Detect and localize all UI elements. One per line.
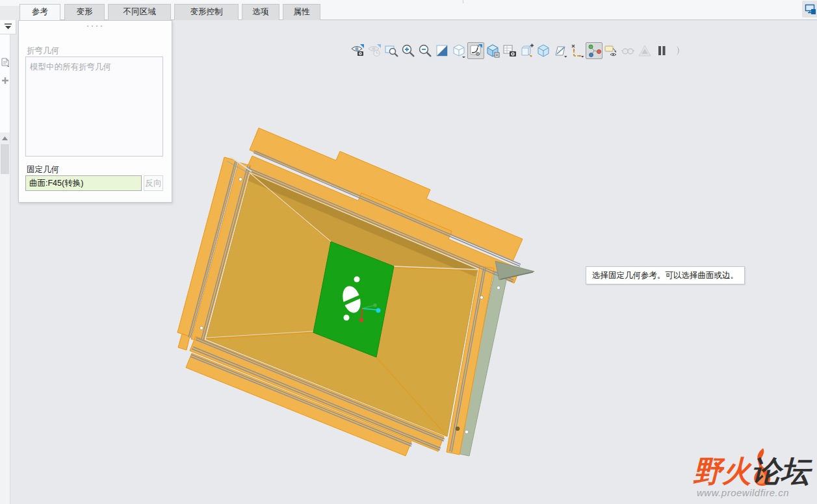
saved-orientations-button[interactable] [484, 42, 501, 59]
model-tree-document-button[interactable] [1, 58, 10, 67]
left-rail [0, 34, 10, 504]
zoom-out-icon [418, 44, 432, 58]
pause-button[interactable] [653, 42, 670, 59]
bend-geometry-label: 折弯几何 [27, 45, 59, 57]
rail-scrollbar-track[interactable] [0, 144, 10, 504]
shading-with-edges-button[interactable] [535, 42, 552, 59]
tab-options[interactable]: 选项 [242, 4, 279, 20]
tab-different-regions[interactable]: 不同区域 [108, 4, 171, 20]
tag-eye-icon [604, 44, 618, 58]
zoom-in-button[interactable] [400, 42, 417, 59]
plane-hatch-icon [553, 44, 567, 58]
triangle-icon [638, 44, 652, 58]
plus-icon [1, 77, 9, 84]
bend-geometry-placeholder: 模型中的所有折弯几何 [30, 62, 111, 71]
model-left-flap-foot[interactable] [178, 334, 190, 350]
prompt-tooltip: 选择固定几何参考。可以选择曲面或边。 [586, 266, 745, 284]
triad-y-handle[interactable] [376, 309, 381, 313]
rail-scrollbar-up-button[interactable] [0, 132, 10, 144]
csys-balls-icon [587, 44, 601, 58]
pause-icon [655, 44, 669, 58]
scroll-up-icon [2, 136, 8, 140]
collapse-panel-button[interactable] [0, 20, 16, 34]
rail-scrollbar-thumb[interactable] [1, 144, 9, 174]
blue-cube-icon [486, 44, 500, 58]
watermark-brand-right: 论坛 [751, 455, 810, 488]
annotation-display-button[interactable] [518, 42, 535, 59]
simulation-display-button[interactable] [636, 42, 653, 59]
zoom-out-button[interactable] [417, 42, 434, 59]
eye-clock-icon [367, 44, 382, 58]
zoom-in-icon [401, 44, 415, 58]
axes-xy-icon [570, 44, 584, 58]
graphics-toolbar [349, 42, 687, 59]
3d-glasses-button[interactable] [619, 42, 636, 59]
watermark: 野火论坛 www.proewildfire.cn [693, 448, 814, 501]
eye-camera-icon [350, 44, 365, 58]
ribbon-separator [463, 0, 463, 3]
chevron-collapse-icon [4, 23, 12, 31]
view-visibility-button[interactable] [349, 42, 366, 59]
zoom-region-icon [384, 44, 398, 58]
axis-display-button[interactable] [569, 42, 586, 59]
image-visibility-button[interactable] [366, 42, 383, 59]
fixed-geometry-label: 固定几何 [27, 164, 59, 175]
triad-x-handle[interactable] [359, 318, 363, 322]
document-icon [1, 58, 10, 67]
window-app-icon[interactable] [802, 1, 817, 18]
fixed-geometry-collector[interactable] [25, 175, 142, 191]
monitor-icon [805, 3, 816, 15]
references-dashboard-panel: ···· 折弯几何 模型中的所有折弯几何 固定几何 反向 [18, 20, 172, 203]
point-display-button[interactable] [603, 42, 619, 59]
csys-display-button[interactable] [586, 42, 603, 59]
view-manager-button[interactable] [501, 42, 518, 59]
grid-camera-icon [502, 44, 517, 58]
tab-deform-control[interactable]: 变形控制 [174, 4, 239, 20]
plane-display-button[interactable] [552, 42, 569, 59]
add-item-button[interactable] [1, 76, 10, 85]
white-cube-icon [452, 44, 466, 58]
sheet-bend-preview-button[interactable] [467, 42, 484, 59]
tab-properties[interactable]: 属性 [283, 4, 320, 20]
panel-drag-handle[interactable]: ···· [19, 22, 172, 29]
watermark-brand-left: 野火 [693, 455, 751, 488]
tab-references[interactable]: 参考 [19, 4, 60, 20]
glasses-icon [621, 44, 635, 58]
triad-z-handle[interactable] [373, 303, 377, 307]
bend-preview-icon [469, 44, 483, 58]
display-style-button[interactable] [450, 42, 467, 59]
bend-geometry-collector[interactable]: 模型中的所有折弯几何 [25, 57, 163, 157]
resume-button[interactable] [670, 42, 687, 59]
shade-split-icon [435, 44, 449, 58]
zoom-region-button[interactable] [383, 42, 400, 59]
crescent-icon [671, 44, 686, 58]
cube-plus-icon [519, 44, 534, 58]
watermark-url: www.proewildfire.cn [697, 487, 789, 498]
ribbon-tab-bar: 参考 变形 不同区域 变形控制 选项 属性 [0, 0, 817, 20]
shaded-cube-icon [536, 44, 551, 58]
tab-deform[interactable]: 变形 [64, 4, 105, 20]
flip-button[interactable]: 反向 [144, 175, 163, 191]
repaint-button[interactable] [434, 42, 450, 59]
tab-bar-corner [0, 6, 19, 20]
